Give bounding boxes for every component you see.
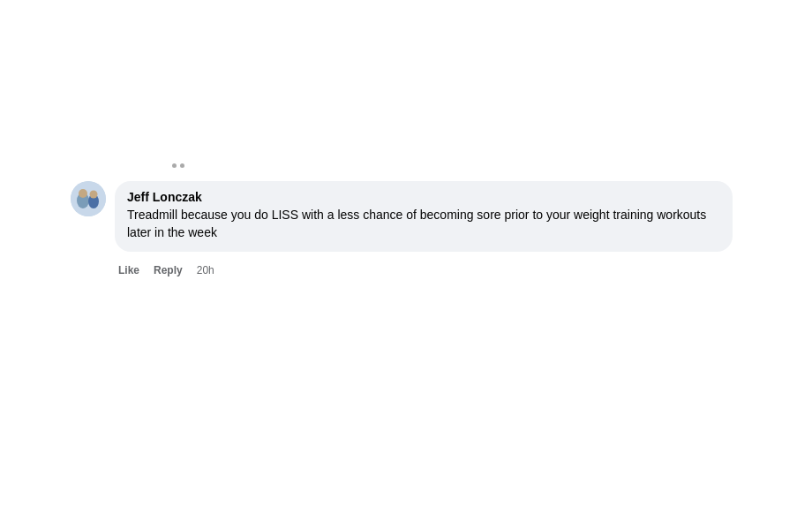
like-button[interactable]: Like <box>118 264 139 276</box>
avatar <box>71 181 106 216</box>
comment-container: Jeff Lonczak Treadmill because you do LI… <box>71 181 741 276</box>
dot-2 <box>180 163 184 168</box>
comment-actions: Like Reply 20h <box>115 264 733 276</box>
reply-button[interactable]: Reply <box>154 264 183 276</box>
svg-point-4 <box>90 191 98 199</box>
comment-bubble: Jeff Lonczak Treadmill because you do LI… <box>115 181 733 252</box>
comment-author: Jeff Lonczak <box>127 190 720 204</box>
svg-point-2 <box>79 189 87 198</box>
comment-text: Treadmill because you do LISS with a les… <box>127 207 720 241</box>
comment-timestamp: 20h <box>197 264 214 276</box>
page-container: Jeff Lonczak Treadmill because you do LI… <box>0 0 812 530</box>
dots-indicator <box>172 163 184 168</box>
dot-1 <box>172 163 177 168</box>
